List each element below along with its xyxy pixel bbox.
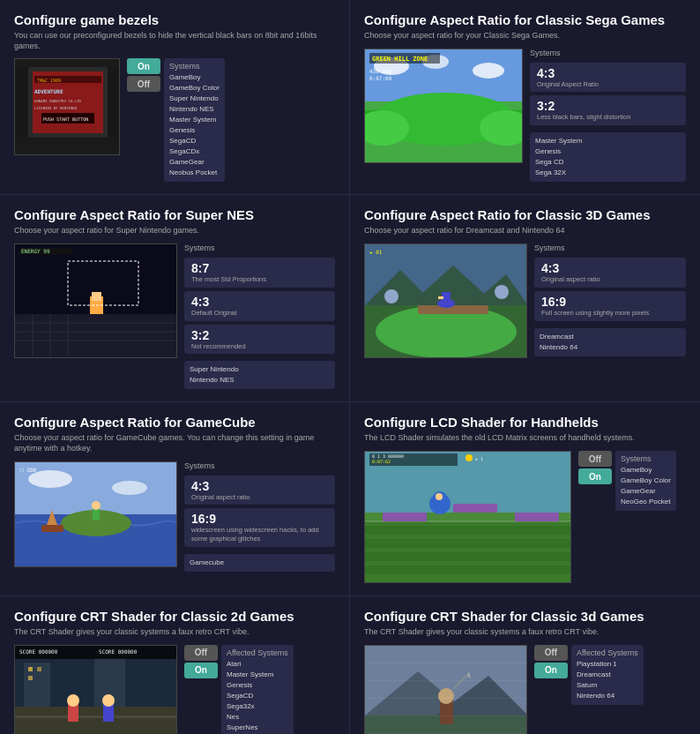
svg-rect-63	[41, 525, 63, 532]
lcd-on-button[interactable]: On	[578, 468, 612, 484]
svg-point-53	[495, 285, 509, 299]
svg-text:SCORE 000000: SCORE 000000	[99, 648, 138, 655]
svg-text:SCORE 000000: SCORE 000000	[19, 648, 58, 655]
bezels-off-button[interactable]: Off	[127, 76, 160, 92]
crt3d-desc: The CRT Shader gives your classic system…	[364, 627, 686, 638]
snes-preview: ENERGY 99	[14, 243, 177, 358]
svg-rect-69	[365, 526, 570, 535]
sega-systems-label-header: Systems	[530, 49, 686, 57]
sega-desc-32: Less black bars, slight distortion	[537, 113, 679, 122]
bezels-section: Configure game bezels You can use our pr…	[0, 0, 350, 195]
sega-section: Configure Aspect Ratio for Classic Sega …	[350, 0, 700, 195]
snes-desc-32: Not recommended	[191, 342, 328, 351]
gamecube-svg: ⬡ ODD	[15, 461, 176, 567]
sega-ratio-43: 4:3	[537, 66, 679, 80]
bezels-title: Configure game bezels	[14, 12, 335, 27]
svg-rect-74	[383, 513, 427, 521]
bezels-toggle-group: On Off Systems GameBoyGameBoy ColorSuper…	[127, 58, 335, 182]
lcd-preview: 0 1 3 000000 0:07:62 ★ 1	[364, 451, 571, 583]
svg-rect-71	[365, 552, 570, 561]
sega-desc: Choose your aspect ratio for your Classi…	[364, 31, 686, 41]
svg-text:★ 01: ★ 01	[369, 249, 383, 255]
lcd-toggle-buttons: Off On	[578, 451, 612, 484]
snes-svg: ENERGY 99	[15, 243, 176, 358]
crt2d-on-button[interactable]: On	[184, 663, 218, 678]
svg-text:★ 1: ★ 1	[475, 456, 483, 461]
svg-rect-94	[28, 676, 33, 680]
sega-aspect-43[interactable]: 4:3 Original Aspect Ratio	[530, 63, 686, 93]
svg-rect-72	[365, 565, 570, 574]
svg-point-84	[465, 454, 473, 461]
classic3d-title: Configure Aspect Ratio for Classic 3D Ga…	[364, 207, 686, 222]
svg-rect-95	[15, 707, 176, 734]
classic3d-aspect-169[interactable]: 16:9 Full screen using slightly more pix…	[534, 291, 686, 321]
bezels-controls: On Off Systems GameBoyGameBoy ColorSuper…	[127, 58, 335, 182]
classic3d-aspect-43[interactable]: 4:3 Original aspect ratio	[534, 258, 686, 288]
gamecube-aspect-169[interactable]: 16:9 widescreen using widescreen hacks, …	[184, 508, 335, 547]
n64-preview: ★ 01	[364, 243, 527, 358]
crt2d-toggle-group: Off On Affected Systems AtariMaster Syst…	[184, 645, 335, 734]
crt3d-off-button[interactable]: Off	[534, 645, 568, 661]
svg-point-101	[67, 694, 79, 707]
svg-rect-38	[92, 292, 101, 301]
crt2d-off-button[interactable]: Off	[184, 645, 218, 661]
crt2d-systems-label: Affected Systems	[227, 648, 288, 657]
crt2d-preview: SCORE 000000 SCORE 000000	[14, 645, 177, 734]
snes-aspect-43[interactable]: 4:3 Default Original	[184, 291, 335, 321]
lcd-desc: The LCD Shader simulates the old LCD Mat…	[364, 433, 686, 444]
svg-rect-116	[365, 663, 526, 663]
snes-desc-43: Default Original	[191, 309, 328, 318]
sega-aspect-32[interactable]: 3:2 Less black bars, slight distortion	[530, 95, 686, 125]
snes-systems-list: Super NintendoNintendo NES	[190, 364, 330, 386]
crt2d-content: SCORE 000000 SCORE 000000 Off	[14, 645, 335, 734]
sega-title: Configure Aspect Ratio for Classic Sega …	[364, 12, 686, 27]
svg-point-19	[473, 63, 504, 79]
bezels-preview-inner: TM&C 1989 ADVENTURE KONAMI INDUSTRY CO.L…	[15, 59, 119, 154]
crt2d-title: Configure CRT Shader for Classic 2d Game…	[14, 609, 335, 624]
svg-point-52	[384, 289, 398, 303]
classic3d-aspect-options: Systems 4:3 Original aspect ratio 16:9 F…	[534, 243, 686, 356]
snes-ratio-43: 4:3	[191, 295, 328, 309]
sega-preview: GREEN HILL ZONE 430 000 0:07:00	[364, 49, 523, 163]
bezels-preview: TM&C 1989 ADVENTURE KONAMI INDUSTRY CO.L…	[14, 58, 120, 155]
snes-title: Configure Aspect Ratio for Super NES	[14, 207, 335, 222]
crt3d-title: Configure CRT Shader for Classic 3d Game…	[364, 609, 686, 624]
svg-point-62	[92, 501, 101, 510]
snes-aspect-87[interactable]: 8:7 The most Std Proportions	[184, 258, 335, 288]
svg-text:⬡ ODD: ⬡ ODD	[19, 467, 37, 473]
lcd-toggle-group: Off On Systems GameBoyGameBoy ColorGameG…	[578, 451, 686, 511]
snes-systems-box: Super NintendoNintendo NES	[184, 361, 335, 389]
sega-systems-box: Master SystemGenesisSega CDSega 32X	[530, 132, 686, 182]
classic3d-systems-box: DreamcastNintendo 64	[534, 328, 686, 356]
svg-text:PUSH START BUTTON: PUSH START BUTTON	[43, 116, 88, 122]
sega-aspect-options: Systems 4:3 Original Aspect Ratio 3:2 Le…	[530, 49, 686, 183]
sega-systems-list: Master SystemGenesisSega CDSega 32X	[535, 136, 681, 178]
snes-aspect-32[interactable]: 3:2 Not recommended	[184, 325, 335, 355]
bezels-desc: You can use our preconfigured bezels to …	[14, 31, 335, 51]
svg-text:LICENSED BY NINTENDO: LICENSED BY NINTENDO	[34, 106, 78, 110]
snes-section: Configure Aspect Ratio for Super NES Cho…	[0, 195, 350, 402]
svg-rect-118	[365, 698, 526, 699]
snes-content: ENERGY 99 Systems 8:7 The most Std Propo…	[14, 243, 335, 389]
crt3d-systems-list: Playstation 1DreamcastSaturnNintendo 64	[577, 659, 638, 701]
lcd-svg: 0 1 3 000000 0:07:62 ★ 1	[365, 451, 570, 583]
svg-rect-14	[108, 67, 119, 138]
sega-content: GREEN HILL ZONE 430 000 0:07:00 Systems …	[364, 49, 686, 183]
gamecube-aspect-43[interactable]: 4:3 Original aspect ratio	[184, 476, 335, 506]
crt2d-svg: SCORE 000000 SCORE 000000	[15, 645, 176, 734]
svg-rect-30	[15, 314, 176, 358]
lcd-controls: Off On Systems GameBoyGameBoy ColorGameG…	[578, 451, 686, 511]
snes-systems-label-header: Systems	[184, 243, 335, 252]
lcd-off-button[interactable]: Off	[578, 451, 612, 467]
sega-svg: GREEN HILL ZONE 430 000 0:07:00	[365, 49, 522, 163]
bezels-on-button[interactable]: On	[127, 58, 160, 74]
bezels-systems-label: Systems	[169, 62, 220, 71]
gamecube-content: ⬡ ODD Systems 4:3 Original aspect ratio …	[14, 461, 335, 572]
crt3d-on-button[interactable]: On	[534, 663, 568, 678]
main-grid: Configure game bezels You can use our pr…	[0, 0, 700, 734]
crt3d-systems-label: Affected Systems	[577, 648, 638, 657]
crt3d-systems-box: Affected Systems Playstation 1DreamcastS…	[571, 645, 644, 705]
crt3d-toggle-group: Off On Affected Systems Playstation 1Dre…	[534, 645, 686, 705]
svg-rect-70	[365, 539, 570, 548]
svg-rect-96	[15, 715, 176, 718]
